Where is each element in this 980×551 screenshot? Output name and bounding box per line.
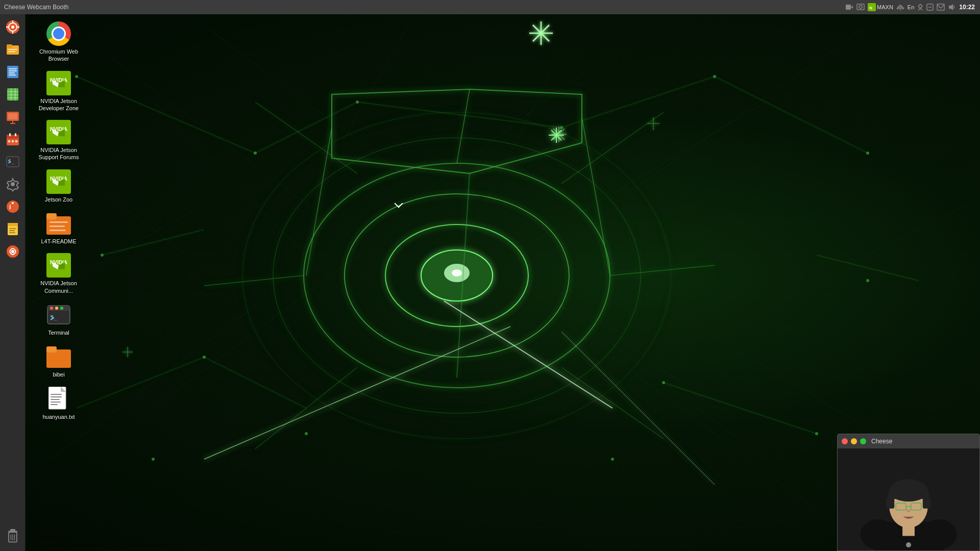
svg-line-26 bbox=[817, 255, 919, 281]
svg-rect-184 bbox=[886, 497, 894, 509]
tray-language-label: En bbox=[908, 4, 914, 10]
svg-rect-156 bbox=[50, 226, 65, 227]
nvidia-dev-icon-img: NVIDIA bbox=[46, 71, 71, 95]
svg-point-74 bbox=[866, 279, 869, 282]
nvidia-forums-label: NVIDIA Jetson Support Forums bbox=[33, 146, 85, 161]
cheese-close-button[interactable] bbox=[842, 438, 848, 444]
svg-rect-135 bbox=[9, 228, 16, 229]
svg-point-86 bbox=[859, 6, 862, 9]
svg-line-8 bbox=[510, 255, 715, 408]
svg-marker-84 bbox=[851, 6, 853, 9]
tray-network[interactable] bbox=[896, 3, 904, 11]
svg-line-55 bbox=[561, 367, 664, 439]
taskbar-icon-notes[interactable] bbox=[2, 218, 23, 240]
svg-line-17 bbox=[77, 77, 255, 153]
svg-line-6 bbox=[153, 255, 357, 408]
svg-point-76 bbox=[305, 432, 308, 435]
svg-line-18 bbox=[255, 102, 357, 153]
taskbar-icon-files[interactable] bbox=[2, 39, 23, 60]
svg-line-81 bbox=[533, 25, 549, 41]
svg-rect-92 bbox=[937, 4, 944, 10]
svg-marker-93 bbox=[949, 4, 953, 10]
desktop-icon-terminal[interactable]: $_ Terminal bbox=[31, 300, 87, 338]
desktop-icon-nvidia-forums[interactable]: NVIDIA NVIDIA Jetson Support Forums bbox=[31, 118, 87, 163]
l4t-readme-label: L4T-README bbox=[41, 238, 76, 245]
svg-point-66 bbox=[254, 152, 257, 155]
taskbar-icon-search[interactable] bbox=[2, 16, 23, 38]
desktop-icons-container: Chromium Web Browser NVIDIA NVIDIA Jetso… bbox=[28, 14, 100, 428]
taskbar-icon-settings[interactable] bbox=[2, 173, 23, 195]
tray-nvidia[interactable]: N MAXN bbox=[868, 3, 893, 11]
cheese-minimize-button[interactable] bbox=[851, 438, 857, 444]
huanyuan-label: huanyuan.txt bbox=[43, 413, 75, 420]
svg-line-47 bbox=[582, 117, 610, 276]
svg-rect-117 bbox=[8, 113, 17, 119]
svg-rect-137 bbox=[9, 232, 15, 233]
svg-line-19 bbox=[357, 102, 561, 128]
nvidia-forums-icon-img: NVIDIA bbox=[46, 120, 71, 144]
tray-clock: 10:22 bbox=[959, 4, 975, 11]
svg-rect-106 bbox=[9, 68, 17, 69]
taskbar-icon-spreadsheet[interactable] bbox=[2, 84, 23, 105]
nvidia-community-label: NVIDIA Jetson Communi... bbox=[33, 280, 85, 294]
desktop-icon-jetson-zoo[interactable]: NVIDIA Jetson Zoo bbox=[31, 167, 87, 205]
desktop-icon-chromium[interactable]: Chromium Web Browser bbox=[31, 19, 87, 65]
svg-line-46 bbox=[306, 128, 332, 276]
taskbar-icon-software[interactable]: i bbox=[2, 196, 23, 217]
taskbar-icon-appstore[interactable] bbox=[2, 241, 23, 262]
taskbar-icon-calendar[interactable] bbox=[2, 129, 23, 150]
chromium-label: Chromium Web Browser bbox=[33, 48, 85, 63]
tray-screenshot[interactable] bbox=[856, 3, 865, 11]
taskbar-icon-trash[interactable] bbox=[2, 525, 23, 547]
tray-volume[interactable] bbox=[948, 3, 956, 11]
tray-icon1[interactable] bbox=[926, 4, 934, 11]
svg-line-51 bbox=[610, 265, 715, 276]
svg-line-53 bbox=[561, 112, 664, 184]
svg-line-57 bbox=[444, 301, 612, 408]
svg-rect-180 bbox=[889, 491, 927, 499]
svg-rect-111 bbox=[7, 91, 18, 92]
taskbar-icon-text[interactable] bbox=[2, 61, 23, 83]
svg-point-164 bbox=[60, 307, 63, 310]
svg-point-45 bbox=[452, 269, 462, 277]
bibei-icon-img bbox=[46, 345, 71, 368]
svg-point-59 bbox=[273, 138, 641, 413]
cheese-maximize-button[interactable] bbox=[860, 438, 866, 444]
tray-bluetooth[interactable] bbox=[917, 3, 923, 11]
desktop-icon-nvidia-community[interactable]: NVIDIA NVIDIA Jetson Communi... bbox=[31, 251, 87, 296]
cheese-window[interactable]: Cheese bbox=[837, 434, 980, 551]
clock-display: 10:22 bbox=[959, 4, 975, 11]
tray-record[interactable] bbox=[845, 3, 853, 11]
nvidia-community-icon-img: NVIDIA bbox=[46, 253, 71, 278]
desktop-icon-huanyuan[interactable]: huanyuan.txt bbox=[31, 385, 87, 422]
desktop-icon-l4t-readme[interactable]: L4T-README bbox=[31, 209, 87, 247]
svg-rect-174 bbox=[51, 404, 58, 405]
taskbar-icon-presentation[interactable] bbox=[2, 106, 23, 128]
svg-rect-157 bbox=[50, 230, 66, 231]
titlebar-title: Cheese Webcam Booth bbox=[4, 4, 69, 11]
cheese-video-feed bbox=[838, 448, 979, 550]
bibei-label: bibei bbox=[53, 371, 64, 378]
tray-language[interactable]: En bbox=[908, 4, 914, 10]
svg-rect-85 bbox=[857, 4, 864, 10]
svg-point-43 bbox=[421, 250, 493, 301]
svg-point-42 bbox=[385, 224, 528, 327]
svg-line-1 bbox=[204, 26, 408, 179]
svg-line-21 bbox=[715, 77, 868, 153]
terminal-label: Terminal bbox=[48, 329, 69, 336]
svg-rect-188 bbox=[902, 526, 915, 536]
system-tray: N MAXN En bbox=[840, 0, 980, 14]
taskbar-icon-terminal[interactable]: $_ bbox=[2, 151, 23, 172]
tray-mail[interactable] bbox=[937, 4, 945, 11]
svg-rect-185 bbox=[923, 497, 931, 509]
desktop: Cheese Webcam Booth N MAXN bbox=[0, 0, 980, 551]
svg-rect-114 bbox=[11, 88, 12, 101]
svg-point-70 bbox=[866, 152, 869, 155]
svg-line-10 bbox=[612, 357, 817, 510]
svg-point-163 bbox=[55, 307, 58, 310]
desktop-icon-bibei[interactable]: bibei bbox=[31, 342, 87, 380]
desktop-icon-nvidia-dev[interactable]: NVIDIA NVIDIA Jetson Developer Zone bbox=[31, 69, 87, 114]
svg-line-38 bbox=[553, 129, 565, 140]
svg-rect-107 bbox=[9, 70, 17, 71]
svg-line-24 bbox=[664, 383, 817, 434]
